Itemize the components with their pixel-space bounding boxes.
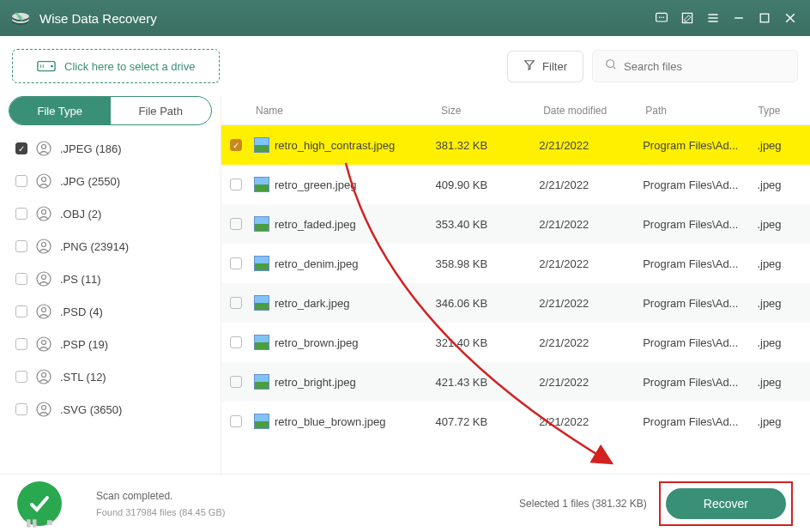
col-header-name[interactable]: Name	[247, 105, 432, 117]
file-path: Program Files\Ad...	[634, 257, 748, 270]
checkbox[interactable]	[230, 218, 242, 230]
file-date: 2/21/2022	[530, 218, 634, 231]
sidebar-item[interactable]: .STL (12)	[0, 360, 221, 393]
file-path: Program Files\Ad...	[634, 139, 748, 152]
sidebar-item[interactable]: .PSP (19)	[0, 328, 221, 360]
col-header-path[interactable]: Path	[637, 105, 749, 117]
file-size: 353.40 KB	[426, 218, 530, 231]
sidebar-item-label: .PSD (4)	[60, 305, 103, 318]
file-row[interactable]: retro_faded.jpeg 353.40 KB 2/21/2022 Pro…	[221, 204, 810, 244]
sidebar-item[interactable]: .JPEG (186)	[0, 132, 221, 165]
checkbox[interactable]	[230, 336, 242, 348]
scan-completed-text: Scan completed.	[96, 490, 225, 502]
person-icon	[36, 304, 51, 319]
sidebar-item[interactable]: .JPG (2550)	[0, 165, 221, 197]
sidebar-item[interactable]: .PS (11)	[0, 263, 221, 295]
filter-icon	[523, 59, 535, 74]
file-size: 407.72 KB	[426, 415, 530, 428]
checkbox[interactable]	[15, 240, 27, 252]
sidebar-item[interactable]: .OBJ (2)	[0, 197, 221, 230]
edit-icon[interactable]	[678, 9, 697, 27]
file-type: .jpeg	[748, 218, 810, 231]
image-file-icon	[254, 137, 269, 153]
checkbox[interactable]	[15, 175, 27, 187]
file-row[interactable]: retro_bright.jpeg 421.43 KB 2/21/2022 Pr…	[221, 362, 810, 402]
file-row[interactable]: retro_green.jpeg 409.90 KB 2/21/2022 Pro…	[221, 165, 810, 204]
person-icon	[36, 206, 51, 221]
minimize-button[interactable]	[729, 9, 748, 27]
file-rows: retro_high_contrast.jpeg 381.32 KB 2/21/…	[221, 125, 810, 474]
checkbox[interactable]	[15, 208, 27, 220]
file-date: 2/21/2022	[530, 178, 634, 191]
checkbox[interactable]	[230, 257, 242, 269]
person-icon	[36, 369, 51, 384]
svg-point-6	[661, 16, 662, 18]
menu-icon[interactable]	[704, 9, 722, 27]
file-row[interactable]: retro_denim.jpeg 358.98 KB 2/21/2022 Pro…	[221, 244, 810, 283]
svg-line-19	[614, 67, 616, 70]
tab-file-path[interactable]: File Path	[111, 97, 212, 124]
file-row[interactable]: retro_high_contrast.jpeg 381.32 KB 2/21/…	[221, 125, 810, 165]
hdd-icon	[37, 58, 56, 74]
file-type: .jpeg	[748, 376, 810, 389]
svg-point-31	[42, 308, 46, 312]
checkbox[interactable]	[15, 273, 27, 285]
checkbox[interactable]	[230, 178, 242, 190]
checkbox[interactable]	[15, 142, 27, 154]
checkbox[interactable]	[230, 139, 242, 151]
svg-point-29	[42, 275, 46, 280]
file-type: .jpeg	[748, 257, 810, 270]
file-row[interactable]: retro_brown.jpeg 321.40 KB 2/21/2022 Pro…	[221, 323, 810, 362]
checkbox[interactable]	[15, 371, 27, 383]
file-name: retro_bright.jpeg	[275, 376, 356, 389]
tab-file-type[interactable]: File Type	[9, 97, 111, 124]
search-box[interactable]	[592, 50, 798, 82]
sidebar-item[interactable]: .PSD (4)	[0, 295, 221, 328]
checkbox[interactable]	[230, 297, 242, 309]
checkbox[interactable]	[15, 338, 27, 350]
svg-rect-13	[760, 14, 769, 22]
maximize-button[interactable]	[755, 9, 774, 27]
checkbox[interactable]	[15, 403, 27, 415]
col-header-size[interactable]: Size	[432, 105, 535, 117]
sidebar-item-label: .JPG (2550)	[60, 175, 120, 188]
filelist: Name Size Date modified Path Type retro_…	[221, 96, 810, 474]
filter-button[interactable]: Filter	[507, 51, 583, 82]
checkbox[interactable]	[230, 376, 242, 388]
person-icon	[36, 402, 51, 417]
file-row[interactable]: retro_blue_brown.jpeg 407.72 KB 2/21/202…	[221, 402, 810, 441]
search-input[interactable]	[624, 60, 785, 73]
svg-point-7	[663, 16, 665, 18]
file-date: 2/21/2022	[530, 297, 634, 310]
found-files-text: Found 317984 files (84.45 GB)	[96, 507, 225, 517]
col-header-type[interactable]: Type	[749, 105, 810, 117]
titlebar: Wise Data Recovery	[0, 0, 810, 36]
file-size: 346.06 KB	[426, 297, 530, 310]
file-date: 2/21/2022	[530, 376, 634, 389]
checkbox[interactable]	[230, 415, 242, 427]
file-type: .jpeg	[748, 415, 810, 428]
file-path: Program Files\Ad...	[634, 336, 748, 349]
svg-rect-8	[682, 13, 692, 22]
sidebar-item[interactable]: .SVG (3650)	[0, 393, 221, 426]
file-date: 2/21/2022	[530, 415, 634, 428]
image-file-icon	[254, 295, 269, 311]
filter-label: Filter	[542, 60, 567, 73]
drive-selector[interactable]: Click here to select a drive	[12, 49, 220, 83]
file-row[interactable]: retro_dark.jpeg 346.06 KB 2/21/2022 Prog…	[221, 283, 810, 323]
col-header-date[interactable]: Date modified	[535, 105, 637, 117]
file-date: 2/21/2022	[530, 336, 634, 349]
close-button[interactable]	[781, 9, 800, 27]
sidebar-item[interactable]: .PNG (23914)	[0, 230, 221, 263]
sidebar-tabs: File Type File Path	[9, 96, 212, 125]
app-logo-icon	[10, 10, 31, 26]
file-path: Program Files\Ad...	[634, 218, 748, 231]
checkbox[interactable]	[15, 305, 27, 317]
app-title: Wise Data Recovery	[39, 11, 645, 26]
sidebar-list: .JPEG (186).JPG (2550).OBJ (2).PNG (2391…	[0, 132, 221, 474]
file-type: .jpeg	[748, 178, 810, 191]
pause-icon[interactable]: ▮▮	[26, 517, 38, 529]
stop-icon[interactable]: ■	[46, 517, 52, 529]
feedback-icon[interactable]	[652, 9, 671, 27]
recover-button[interactable]: Recover	[666, 488, 786, 519]
